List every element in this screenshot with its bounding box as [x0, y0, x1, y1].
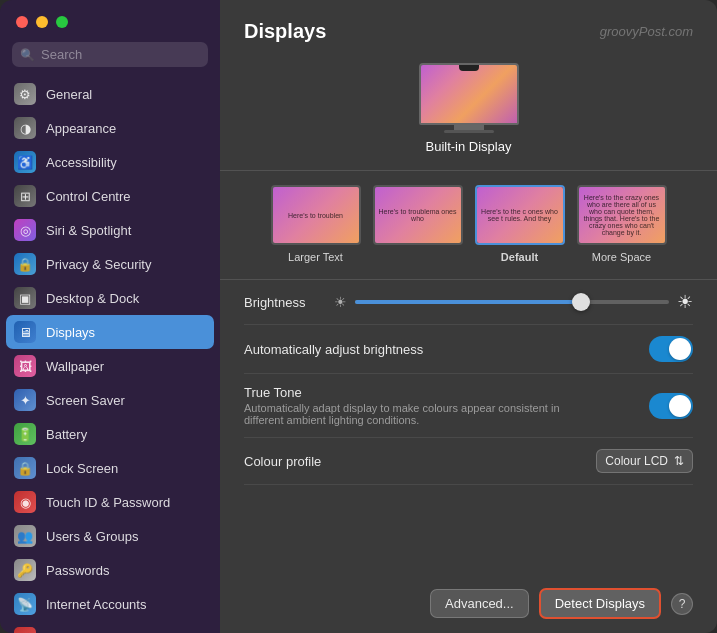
resolution-preview-inner-1: Here's to troublema ones who [375, 187, 461, 243]
advanced-button[interactable]: Advanced... [430, 589, 529, 618]
resolution-option-2[interactable]: Here's to the c ones who see t rules. An… [475, 185, 565, 265]
sidebar-item-touchid[interactable]: ◉Touch ID & Password [6, 485, 214, 519]
close-button[interactable] [16, 16, 28, 28]
resolution-preview-inner-2: Here's to the c ones who see t rules. An… [477, 187, 563, 243]
desktop-icon: ▣ [14, 287, 36, 309]
sidebar-label-internet: Internet Accounts [46, 597, 146, 612]
sidebar-label-touchid: Touch ID & Password [46, 495, 170, 510]
sidebar-item-battery[interactable]: 🔋Battery [6, 417, 214, 451]
accessibility-icon: ♿ [14, 151, 36, 173]
true-tone-label: True Tone [244, 385, 584, 400]
bottom-bar: Advanced... Detect Displays ? [220, 574, 717, 633]
monitor-graphic [419, 63, 519, 131]
gamecenter-icon: 🎮 [14, 627, 36, 633]
minimize-button[interactable] [36, 16, 48, 28]
resolution-option-1[interactable]: Here's to troublema ones who [373, 185, 463, 265]
sidebar-item-control-centre[interactable]: ⊞Control Centre [6, 179, 214, 213]
sidebar-item-displays[interactable]: 🖥Displays [6, 315, 214, 349]
sidebar-label-lock: Lock Screen [46, 461, 118, 476]
colour-profile-dropdown[interactable]: Colour LCD ⇅ [596, 449, 693, 473]
sidebar-label-control-centre: Control Centre [46, 189, 131, 204]
lock-icon: 🔒 [14, 457, 36, 479]
brightness-slider-thumb[interactable] [572, 293, 590, 311]
sidebar-label-displays: Displays [46, 325, 95, 340]
brightness-slider-fill [355, 300, 581, 304]
sidebar-item-users[interactable]: 👥Users & Groups [6, 519, 214, 553]
sidebar-label-passwords: Passwords [46, 563, 110, 578]
brightness-label: Brightness [244, 295, 324, 310]
sidebar-label-appearance: Appearance [46, 121, 116, 136]
watermark: groovyPost.com [600, 24, 693, 39]
true-tone-sublabel: Automatically adapt display to make colo… [244, 402, 584, 426]
help-button[interactable]: ? [671, 593, 693, 615]
main-content: Displays groovyPost.com Built-in Display… [220, 0, 717, 633]
sidebar-label-siri: Siri & Spotlight [46, 223, 131, 238]
control-centre-icon: ⊞ [14, 185, 36, 207]
touchid-icon: ◉ [14, 491, 36, 513]
resolution-option-0[interactable]: Here's to troublenLarger Text [271, 185, 361, 265]
traffic-lights [0, 0, 220, 38]
sidebar: 🔍 Search ⚙General◑Appearance♿Accessibili… [0, 0, 220, 633]
resolution-label-2: Default [501, 251, 538, 263]
true-tone-toggle[interactable] [649, 393, 693, 419]
brightness-low-icon: ☀ [334, 294, 347, 310]
resolution-preview-inner-0: Here's to troublen [273, 187, 359, 243]
sidebar-item-siri[interactable]: ◎Siri & Spotlight [6, 213, 214, 247]
sidebar-label-accessibility: Accessibility [46, 155, 117, 170]
brightness-slider-container: ☀ ☀ [334, 291, 693, 313]
internet-icon: 📡 [14, 593, 36, 615]
dropdown-arrow-icon: ⇅ [674, 454, 684, 468]
sidebar-item-gamecenter[interactable]: 🎮Game Center [6, 621, 214, 633]
sidebar-item-appearance[interactable]: ◑Appearance [6, 111, 214, 145]
sidebar-items-list: ⚙General◑Appearance♿Accessibility⊞Contro… [0, 77, 220, 633]
resolution-section: Here's to troublenLarger TextHere's to t… [220, 171, 717, 279]
settings-area: Brightness ☀ ☀ Automatically adjust brig… [220, 280, 717, 574]
main-header: Displays groovyPost.com [220, 0, 717, 53]
resolution-label-0: Larger Text [288, 251, 343, 263]
monitor-notch [459, 65, 479, 71]
sidebar-item-privacy[interactable]: 🔒Privacy & Security [6, 247, 214, 281]
brightness-slider-track[interactable] [355, 300, 669, 304]
auto-brightness-label: Automatically adjust brightness [244, 342, 423, 357]
page-title: Displays [244, 20, 326, 43]
siri-icon: ◎ [14, 219, 36, 241]
monitor-screen [419, 63, 519, 125]
colour-profile-value: Colour LCD [605, 454, 668, 468]
auto-brightness-toggle[interactable] [649, 336, 693, 362]
resolution-preview-inner-3: Here's to the crazy ones who are there a… [579, 187, 665, 243]
display-preview-section: Built-in Display [220, 53, 717, 170]
sidebar-item-wallpaper[interactable]: 🖼Wallpaper [6, 349, 214, 383]
resolution-options: Here's to troublenLarger TextHere's to t… [244, 185, 693, 265]
resolution-preview-3: Here's to the crazy ones who are there a… [577, 185, 667, 245]
sidebar-item-accessibility[interactable]: ♿Accessibility [6, 145, 214, 179]
battery-icon: 🔋 [14, 423, 36, 445]
sidebar-item-desktop[interactable]: ▣Desktop & Dock [6, 281, 214, 315]
sidebar-item-passwords[interactable]: 🔑Passwords [6, 553, 214, 587]
colour-profile-row: Colour profile Colour LCD ⇅ [244, 438, 693, 485]
true-tone-row: True Tone Automatically adapt display to… [244, 374, 693, 438]
resolution-preview-1: Here's to troublema ones who [373, 185, 463, 245]
search-box[interactable]: 🔍 Search [12, 42, 208, 67]
sidebar-item-screensaver[interactable]: ✦Screen Saver [6, 383, 214, 417]
monitor-base [444, 130, 494, 133]
auto-brightness-row: Automatically adjust brightness [244, 325, 693, 374]
display-name-label: Built-in Display [426, 139, 512, 154]
sidebar-label-battery: Battery [46, 427, 87, 442]
sidebar-item-lock[interactable]: 🔒Lock Screen [6, 451, 214, 485]
sidebar-label-screensaver: Screen Saver [46, 393, 125, 408]
sidebar-label-wallpaper: Wallpaper [46, 359, 104, 374]
maximize-button[interactable] [56, 16, 68, 28]
brightness-high-icon: ☀ [677, 291, 693, 313]
search-icon: 🔍 [20, 48, 35, 62]
resolution-preview-0: Here's to troublen [271, 185, 361, 245]
users-icon: 👥 [14, 525, 36, 547]
sidebar-label-desktop: Desktop & Dock [46, 291, 139, 306]
appearance-icon: ◑ [14, 117, 36, 139]
screensaver-icon: ✦ [14, 389, 36, 411]
resolution-option-3[interactable]: Here's to the crazy ones who are there a… [577, 185, 667, 265]
search-input[interactable]: Search [41, 47, 82, 62]
sidebar-item-internet[interactable]: 📡Internet Accounts [6, 587, 214, 621]
sidebar-item-general[interactable]: ⚙General [6, 77, 214, 111]
passwords-icon: 🔑 [14, 559, 36, 581]
detect-displays-button[interactable]: Detect Displays [539, 588, 661, 619]
